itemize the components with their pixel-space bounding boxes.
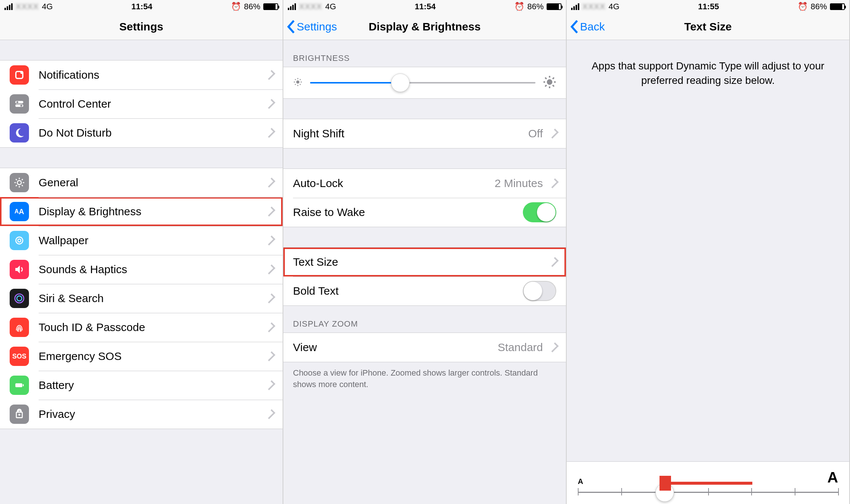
chevron-right-icon: [549, 129, 559, 139]
row-label: Control Center: [39, 98, 265, 110]
svg-line-22: [300, 79, 300, 80]
row-value: 2 Minutes: [495, 177, 543, 190]
row-label: Night Shift: [293, 127, 528, 140]
chevron-right-icon: [266, 178, 276, 188]
chevron-right-icon: [549, 343, 559, 353]
text-size-slider[interactable]: [578, 492, 838, 493]
alarm-icon: ⏰: [514, 2, 524, 12]
chevron-right-icon: [549, 179, 559, 189]
row-label: Battery: [39, 379, 265, 392]
row-label: Auto-Lock: [293, 177, 495, 190]
back-button[interactable]: Back: [570, 20, 605, 33]
alarm-icon: ⏰: [231, 2, 241, 12]
nav-bar: Settings: [0, 13, 283, 40]
row-control-center[interactable]: Control Center: [0, 89, 283, 118]
carrier-label: XXXX: [299, 2, 322, 12]
chevron-right-icon: [266, 236, 276, 246]
row-dnd[interactable]: Do Not Disturb: [0, 118, 283, 147]
touchid-icon: [10, 318, 29, 337]
status-bar: XXXX 4G 11:55 ⏰ 86%: [567, 0, 849, 13]
row-general[interactable]: General: [0, 168, 283, 197]
row-view[interactable]: View Standard: [283, 333, 566, 362]
row-auto-lock[interactable]: Auto-Lock 2 Minutes: [283, 169, 566, 198]
row-battery[interactable]: Battery: [0, 371, 283, 400]
svg-point-14: [296, 81, 300, 84]
row-label: Display & Brightness: [39, 205, 265, 218]
bold-text-toggle[interactable]: [523, 281, 556, 301]
row-display-brightness[interactable]: AA Display & Brightness: [0, 197, 283, 226]
svg-point-4: [16, 101, 18, 103]
chevron-right-icon: [266, 207, 276, 217]
row-label: Do Not Disturb: [39, 127, 265, 139]
row-label: Touch ID & Passcode: [39, 321, 265, 334]
battery-icon: [547, 3, 561, 10]
raise-to-wake-toggle[interactable]: [523, 202, 556, 222]
row-text-size[interactable]: Text Size: [283, 248, 566, 276]
chevron-right-icon: [266, 380, 276, 390]
general-icon: [10, 173, 29, 192]
sos-icon: SOS: [10, 347, 29, 366]
row-sos[interactable]: SOS Emergency SOS: [0, 342, 283, 371]
battery-icon: [830, 3, 845, 10]
row-night-shift[interactable]: Night Shift Off: [283, 119, 566, 148]
dnd-icon: [10, 123, 29, 143]
chevron-right-icon: [266, 99, 276, 109]
network-label: 4G: [42, 2, 53, 12]
siri-icon: [10, 289, 29, 308]
network-label: 4G: [609, 2, 619, 12]
brightness-slider-row: [283, 67, 566, 99]
row-touchid[interactable]: Touch ID & Passcode: [0, 313, 283, 342]
battery-pct: 86%: [527, 2, 544, 12]
back-label: Settings: [297, 20, 337, 33]
row-privacy[interactable]: Privacy: [0, 400, 283, 429]
row-notifications[interactable]: Notifications: [0, 60, 283, 89]
brightness-thumb[interactable]: [391, 73, 410, 92]
row-sounds[interactable]: Sounds & Haptics: [0, 255, 283, 284]
battery-icon-row: [10, 376, 29, 395]
wallpaper-icon: [10, 231, 29, 250]
svg-line-29: [553, 85, 554, 86]
signal-icon: [571, 3, 579, 10]
text-size-screen: XXXX 4G 11:55 ⏰ 86% Back Text Size Apps …: [567, 0, 850, 504]
row-value: Standard: [498, 341, 543, 354]
control-center-icon: [10, 94, 29, 114]
row-bold-text[interactable]: Bold Text: [283, 276, 566, 305]
section-brightness: BRIGHTNESS: [283, 40, 566, 67]
svg-point-8: [18, 239, 21, 242]
chevron-right-icon: [266, 128, 276, 138]
battery-icon: [263, 3, 278, 10]
svg-line-31: [553, 78, 554, 79]
chevron-right-icon: [266, 265, 276, 275]
signal-icon: [288, 3, 296, 10]
svg-point-6: [17, 181, 22, 185]
dynamic-type-info: Apps that support Dynamic Type will adju…: [567, 40, 849, 106]
clock: 11:55: [698, 2, 719, 12]
svg-line-28: [545, 78, 547, 79]
text-size-thumb[interactable]: [655, 483, 674, 502]
svg-point-10: [17, 296, 22, 301]
brightness-slider[interactable]: [310, 82, 535, 84]
row-label: Wallpaper: [39, 234, 265, 247]
nav-bar: Settings Display & Brightness: [283, 13, 566, 40]
row-label: Sounds & Haptics: [39, 263, 265, 276]
page-title: Settings: [119, 20, 163, 33]
row-siri[interactable]: Siri & Search: [0, 284, 283, 313]
svg-point-23: [547, 79, 553, 85]
row-label: Text Size: [293, 256, 548, 268]
clock: 11:54: [131, 2, 152, 12]
row-raise-to-wake[interactable]: Raise to Wake: [283, 198, 566, 227]
sun-big-icon: [543, 75, 556, 90]
row-label: Bold Text: [293, 285, 523, 297]
status-bar: XXXX 4G 11:54 ⏰ 86%: [283, 0, 566, 13]
battery-pct: 86%: [811, 2, 827, 12]
chevron-right-icon: [549, 257, 559, 267]
sun-small-icon: [293, 77, 303, 88]
clock: 11:54: [415, 2, 436, 12]
row-value: Off: [528, 127, 543, 140]
chevron-right-icon: [266, 409, 276, 419]
chevron-right-icon: [266, 294, 276, 304]
svg-point-13: [18, 414, 20, 416]
row-wallpaper[interactable]: Wallpaper: [0, 226, 283, 255]
svg-point-1: [20, 71, 23, 74]
back-button[interactable]: Settings: [287, 20, 337, 33]
